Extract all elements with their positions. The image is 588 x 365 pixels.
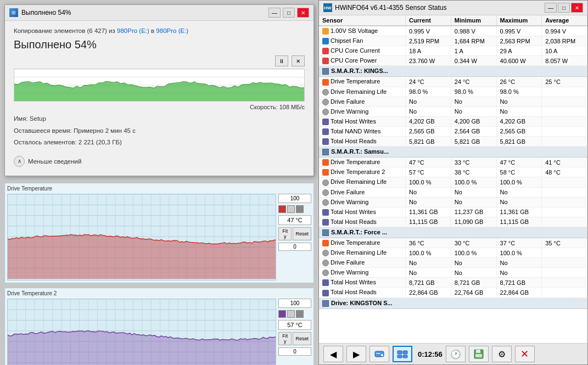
sensor-value-cell: 47 °C [406,158,451,167]
close-button[interactable]: ✕ [297,8,309,18]
toolbar-drive[interactable] [369,346,389,362]
hwinfo-title-text: HWiNFO64 v6.41-4355 Sensor Status [335,4,446,12]
sensor-name-cell: Chipset Fan [319,36,406,46]
hwinfo-title: HW HWiNFO64 v6.41-4355 Sensor Status [323,3,446,12]
table-row: Drive Temperature47 °C33 °C47 °C41 °C [319,158,587,167]
no-icon [322,99,329,105]
color-box-gray3[interactable] [287,310,295,318]
copy-source-path1[interactable]: 980Pro (E:) [117,27,149,34]
sensor-value-cell: No [451,268,496,278]
toolbar-back[interactable]: ◀ [323,346,343,362]
sensor-value-cell [542,106,587,116]
gb-icon [322,279,329,286]
sensor-name-cell: Drive Temperature [319,158,406,167]
table-row: Drive Temperature36 °C30 °C37 °C35 °C [319,238,587,248]
sensor-name-cell: 1.00V SB Voltage [319,26,406,36]
toolbar-clock[interactable]: 🕐 [446,346,466,362]
toolbar-network[interactable] [393,346,412,362]
svg-rect-3 [397,351,402,354]
section-icon [322,300,329,307]
hwinfo-restore[interactable]: □ [558,3,570,13]
expand-button[interactable]: ∧ Меньше сведений [14,154,305,169]
no-icon [322,189,329,196]
speed-label: Скорость: 108 МБ/с [14,104,305,110]
table-row: Drive Remaining Life100.0 %100.0 %100.0 … [319,248,587,258]
hwinfo-close[interactable]: ✕ [571,3,583,13]
sensor-value-cell: 33 °C [451,158,496,167]
chart-colors-2 [278,310,311,318]
sensor-value-cell: 35 °C [542,238,587,248]
chart-title-2: Drive Temperature 2 [7,290,311,296]
sensor-value-cell [542,258,587,268]
sensor-value-cell: 30 °C [451,238,496,248]
chart-canvas-2 [7,299,276,365]
copy-progress-title: Выполнено 54% [14,38,305,51]
fan-icon [322,38,329,44]
sensor-value-cell: No [496,258,542,268]
reset-button-1[interactable]: Reset [293,227,311,240]
sensor-value-cell [542,248,587,258]
sensor-value-cell: 100.0 % [406,177,451,187]
hwinfo-minimize[interactable]: — [545,3,557,13]
toolbar-forward[interactable]: ▶ [346,346,366,362]
toolbar-settings[interactable]: ⚙ [492,346,512,362]
sensor-value-cell: 5,821 GB [451,137,496,147]
sensor-value-cell: 2,565 GB [496,126,542,136]
copy-dest-path[interactable]: 980Pro (E:) [156,27,188,34]
color-box-gray1[interactable] [287,205,295,213]
color-box-red[interactable] [278,205,286,213]
sensor-name-cell: Drive Failure [319,187,406,197]
sensor-name-cell: Total Host Reads [319,137,406,147]
percent-icon [322,179,329,186]
toolbar-save[interactable] [469,346,489,362]
no-icon [322,260,329,266]
sensor-name-cell: Drive Warning [319,268,406,278]
fit-y-button-2[interactable]: Fit y [278,332,292,345]
cancel-button[interactable]: ✕ [292,55,305,66]
sensor-value-cell: No [496,187,542,197]
copy-time-value: Примерно 2 мин 45 с [74,127,136,134]
sensor-value-cell: 0.344 W [451,56,496,66]
table-row: Drive WarningNoNoNo [319,268,587,278]
color-box-gray4[interactable] [296,310,304,318]
fit-y-button-1[interactable]: Fit y [278,227,292,240]
table-header: Sensor Current Minimum Maximum Average [319,15,587,26]
sensor-name-cell: Drive Failure [319,97,406,106]
dialog-title-text: Выполнено 54% [21,9,71,16]
copy-items-label: Осталось элементов: [14,139,77,145]
gb-icon [322,209,329,216]
copy-time-row: Оставшееся время: Примерно 2 мин 45 с [14,126,305,137]
no-icon [322,199,329,206]
sensor-table[interactable]: Sensor Current Minimum Maximum Average 1… [319,15,587,343]
sensor-value-cell [542,126,587,136]
color-box-purple[interactable] [278,310,286,318]
maximize-button[interactable]: □ [283,8,295,18]
sensor-value-cell [542,197,587,207]
reset-button-2[interactable]: Reset [293,332,311,345]
sensor-value-cell: 26 °C [496,77,542,87]
toolbar-exit[interactable]: ✕ [515,346,535,362]
sensor-name-cell: CPU Core Power [319,56,406,66]
table-row: 1.00V SB Voltage0.995 V0.988 V0.995 V0.9… [319,26,587,36]
minimize-button[interactable]: — [268,8,281,18]
sensor-value-cell: 2,519 RPM [406,36,451,46]
chart-temp-2: 57 °C [278,320,311,330]
dialog-body: Копирование элементов (6 427) из 980Pro … [5,21,313,176]
table-row: Total NAND Writes2,565 GB2,564 GB2,565 G… [319,126,587,136]
pause-button[interactable]: ⏸ [275,55,288,66]
sensor-value-cell [542,116,587,126]
sensor-name-cell: Drive Temperature 2 [319,167,406,177]
table-row: Drive FailureNoNoNo [319,258,587,268]
sensor-value-cell: 1,684 RPM [451,36,496,46]
sensor-value-cell: 2,038 RPM [542,36,587,46]
sensor-name-cell: Total Host Writes [319,207,406,217]
hwinfo-window-controls: — □ ✕ [545,3,583,13]
sensor-value-cell: 47 °C [496,158,542,167]
sensor-value-cell: No [451,106,496,116]
sensor-value-cell: 4,202 GB [496,116,542,126]
sensor-value-cell: No [406,187,451,197]
table-row: Drive Remaining Life100.0 %100.0 %100.0 … [319,177,587,187]
color-box-gray2[interactable] [296,205,304,213]
percent-icon [322,250,329,256]
sensor-value-cell: 98.0 % [496,87,542,97]
